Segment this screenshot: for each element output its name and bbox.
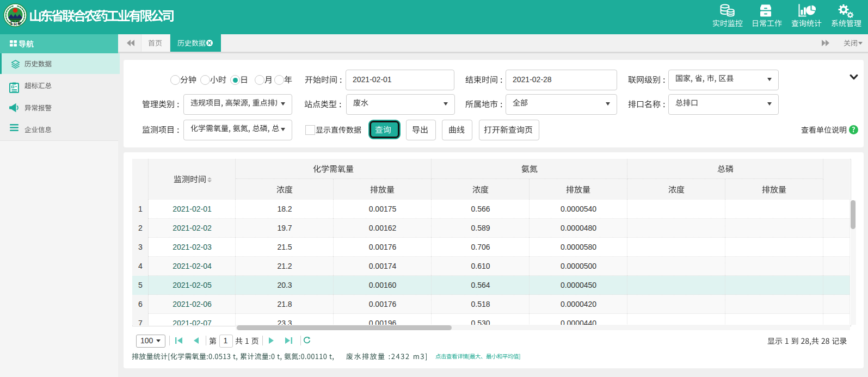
svg-text:H: H (14, 22, 17, 27)
